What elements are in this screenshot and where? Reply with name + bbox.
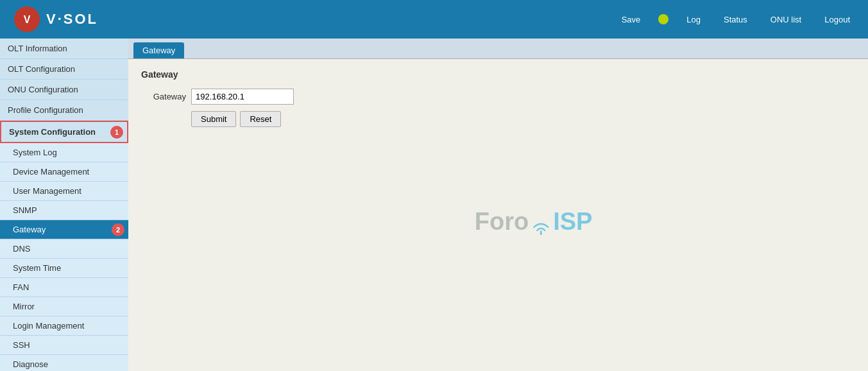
gateway-label: Gateway [141,92,186,101]
watermark-isp: ISP [553,208,592,235]
badge-1: 1 [110,126,123,139]
sidebar-subitem-mirror[interactable]: Mirror [0,297,128,316]
sidebar-subitem-ssh[interactable]: SSH [0,336,128,355]
sidebar-subitem-device-management[interactable]: Device Management [0,162,128,182]
gateway-form-row: Gateway [141,89,855,105]
content-body: Gateway Gateway Submit Reset [128,59,868,137]
content-title: Gateway [141,69,855,80]
logo-text: V·SOL [46,11,98,28]
submit-button[interactable]: Submit [191,111,236,127]
save-button[interactable]: Save [617,12,646,27]
svg-text:V: V [24,14,31,25]
sidebar-item-onu-configuration[interactable]: ONU Configuration [0,80,128,100]
badge-2: 2 [112,223,124,236]
status-button[interactable]: Status [719,12,753,27]
vsol-logo-icon: V [13,5,41,33]
wifi-icon [529,216,552,239]
header-right: Save Log Status ONU list Logout [617,12,855,27]
logout-button[interactable]: Logout [819,12,855,27]
sidebar-subitem-system-time[interactable]: System Time [0,259,128,278]
sidebar-item-olt-information[interactable]: OLT Information [0,39,128,59]
sidebar-subitem-snmp[interactable]: SNMP [0,201,128,220]
status-indicator [658,14,668,24]
gateway-tab[interactable]: Gateway [133,42,184,58]
sidebar-subitem-gateway[interactable]: Gateway 2 [0,220,128,239]
main-layout: OLT Information OLT Configuration ONU Co… [0,39,868,371]
log-button[interactable]: Log [681,12,706,27]
logo-area: V V·SOL [13,5,98,33]
tab-bar: Gateway [128,39,868,59]
watermark: Foro ISP [475,208,593,239]
sidebar-item-olt-configuration[interactable]: OLT Configuration [0,59,128,80]
sidebar-subitem-user-management[interactable]: User Management [0,182,128,201]
sidebar-subitem-system-log[interactable]: System Log [0,143,128,162]
sidebar-item-system-configuration[interactable]: System Configuration 1 [0,121,128,143]
sidebar-subitem-dns[interactable]: DNS [0,239,128,259]
sidebar: OLT Information OLT Configuration ONU Co… [0,39,128,371]
gateway-input[interactable] [191,89,294,105]
sidebar-subitem-fan[interactable]: FAN [0,278,128,297]
form-buttons: Submit Reset [191,111,855,127]
header: V V·SOL Save Log Status ONU list Logout [0,0,868,39]
content-area: Gateway Gateway Gateway Submit Reset For… [128,39,868,371]
watermark-foro: Foro [475,208,529,235]
onu-list-button[interactable]: ONU list [765,12,806,27]
sidebar-item-profile-configuration[interactable]: Profile Configuration [0,100,128,121]
reset-button[interactable]: Reset [240,111,281,127]
sidebar-subitem-login-management[interactable]: Login Management [0,316,128,336]
sidebar-subitem-diagnose[interactable]: Diagnose [0,355,128,371]
